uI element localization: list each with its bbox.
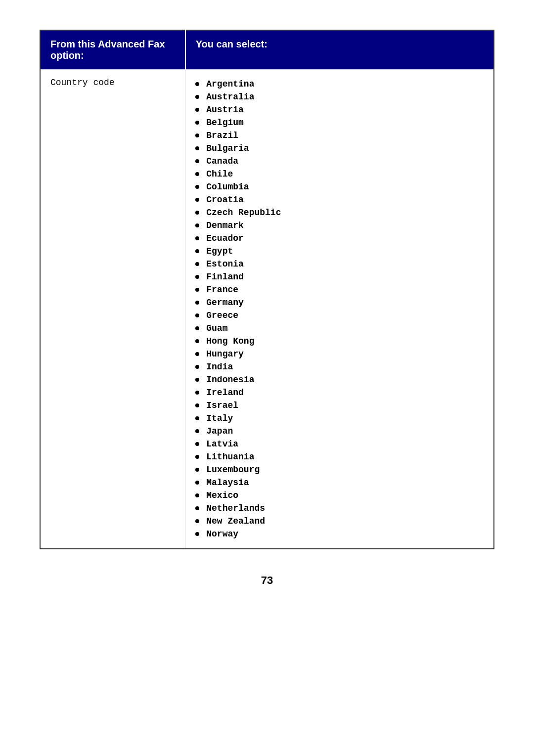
list-item: Guam xyxy=(195,322,484,335)
list-item: Argentina xyxy=(195,78,484,90)
list-item: Australia xyxy=(195,90,484,103)
country-name: Canada xyxy=(206,156,238,166)
bullet-icon xyxy=(195,493,199,497)
country-name: Egypt xyxy=(206,246,233,256)
list-item: Bulgaria xyxy=(195,142,484,155)
bullet-icon xyxy=(195,249,199,253)
bullet-icon xyxy=(195,506,199,510)
country-name: Estonia xyxy=(206,259,244,269)
country-name: Greece xyxy=(206,311,238,320)
bullet-icon xyxy=(195,236,199,240)
bullet-icon xyxy=(195,301,199,305)
country-name: Lithuania xyxy=(206,452,254,462)
country-name: Croatia xyxy=(206,195,244,205)
country-name: Italy xyxy=(206,413,233,423)
list-item: Columbia xyxy=(195,180,484,193)
country-name: Belgium xyxy=(206,118,244,128)
list-item: Netherlands xyxy=(195,502,484,515)
bullet-icon xyxy=(195,133,199,137)
bullet-icon xyxy=(195,455,199,459)
list-item: Japan xyxy=(195,425,484,438)
country-list: ArgentinaAustraliaAustriaBelgiumBrazilBu… xyxy=(195,78,484,540)
col2-header: You can select: xyxy=(185,30,494,70)
list-item: Denmark xyxy=(195,219,484,232)
country-name: Netherlands xyxy=(206,503,265,513)
country-name: Latvia xyxy=(206,439,238,449)
bullet-icon xyxy=(195,313,199,317)
bullet-icon xyxy=(195,378,199,382)
bullet-icon xyxy=(195,352,199,356)
bullet-icon xyxy=(195,391,199,395)
list-item: India xyxy=(195,360,484,373)
bullet-icon xyxy=(195,95,199,99)
bullet-icon xyxy=(195,211,199,215)
list-item: New Zealand xyxy=(195,515,484,528)
bullet-icon xyxy=(195,121,199,125)
country-name: Norway xyxy=(206,529,238,539)
country-name: Israel xyxy=(206,400,238,410)
country-name: Germany xyxy=(206,298,244,308)
bullet-icon xyxy=(195,262,199,266)
bullet-icon xyxy=(195,82,199,86)
country-name: Mexico xyxy=(206,490,238,500)
bullet-icon xyxy=(195,429,199,433)
list-item: Canada xyxy=(195,155,484,168)
country-name: Bulgaria xyxy=(206,143,249,153)
bullet-icon xyxy=(195,108,199,112)
option-cell: Country code xyxy=(40,70,185,549)
list-item: Germany xyxy=(195,296,484,309)
country-name: France xyxy=(206,285,238,295)
country-name: Luxembourg xyxy=(206,465,260,475)
bullet-icon xyxy=(195,339,199,343)
list-item: Malaysia xyxy=(195,476,484,489)
country-name: Hungary xyxy=(206,349,244,359)
list-item: Hong Kong xyxy=(195,335,484,348)
bullet-icon xyxy=(195,288,199,292)
country-name: Denmark xyxy=(206,221,244,230)
bullet-icon xyxy=(195,326,199,330)
country-name: Japan xyxy=(206,426,233,436)
country-name: Australia xyxy=(206,92,254,102)
bullet-icon xyxy=(195,172,199,176)
bullet-icon xyxy=(195,416,199,420)
country-name: Chile xyxy=(206,169,233,179)
list-item: Chile xyxy=(195,168,484,180)
main-table: From this Advanced Fax option: You can s… xyxy=(40,30,494,549)
country-name: India xyxy=(206,362,233,372)
bullet-icon xyxy=(195,185,199,189)
list-item: Austria xyxy=(195,103,484,116)
country-name: Malaysia xyxy=(206,478,249,488)
bullet-icon xyxy=(195,481,199,485)
list-item: Israel xyxy=(195,399,484,412)
country-name: Argentina xyxy=(206,79,254,89)
country-name: Finland xyxy=(206,272,244,282)
bullet-icon xyxy=(195,403,199,407)
country-name: Ecuador xyxy=(206,233,244,243)
country-name: Ireland xyxy=(206,388,244,398)
list-item: Ireland xyxy=(195,386,484,399)
list-item: Czech Republic xyxy=(195,206,484,219)
country-name: Guam xyxy=(206,323,227,333)
bullet-icon xyxy=(195,468,199,472)
list-item: Lithuania xyxy=(195,450,484,463)
list-item: Greece xyxy=(195,309,484,322)
bullet-icon xyxy=(195,275,199,279)
list-item: Belgium xyxy=(195,116,484,129)
country-name: Indonesia xyxy=(206,375,254,385)
col1-header: From this Advanced Fax option: xyxy=(40,30,185,70)
list-item: France xyxy=(195,283,484,296)
list-item: Italy xyxy=(195,412,484,425)
bullet-icon xyxy=(195,532,199,536)
list-item: Egypt xyxy=(195,245,484,258)
list-item: Luxembourg xyxy=(195,463,484,476)
list-item: Latvia xyxy=(195,438,484,450)
bullet-icon xyxy=(195,442,199,446)
bullet-icon xyxy=(195,198,199,202)
bullet-icon xyxy=(195,365,199,369)
country-name: Hong Kong xyxy=(206,336,254,346)
list-item: Brazil xyxy=(195,129,484,142)
list-item: Indonesia xyxy=(195,373,484,386)
country-name: Czech Republic xyxy=(206,208,281,218)
country-name: New Zealand xyxy=(206,516,265,526)
bullet-icon xyxy=(195,146,199,150)
